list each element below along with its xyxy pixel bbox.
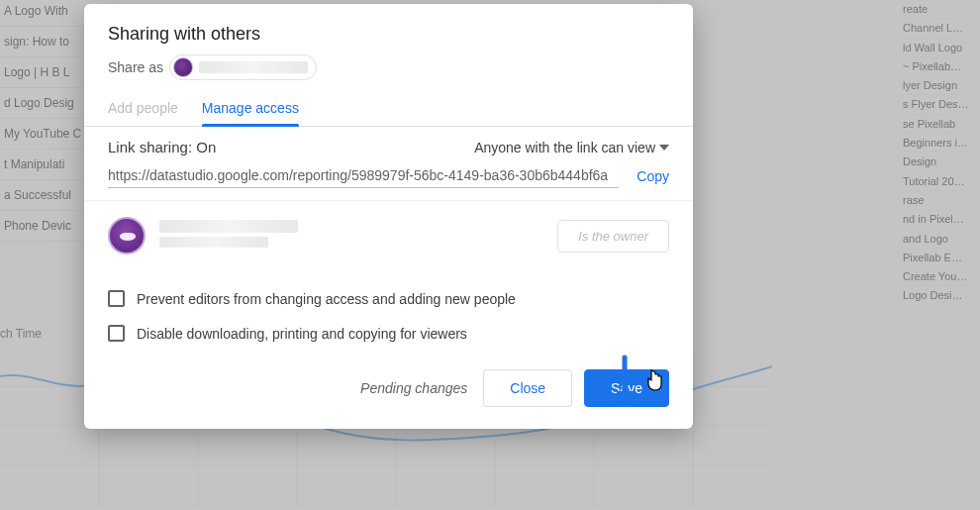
dialog-header: Sharing with others Share as: [84, 4, 693, 88]
restrictions-section: Prevent editors from changing access and…: [84, 270, 693, 350]
copy-link[interactable]: Copy: [637, 168, 669, 184]
link-scope-dropdown[interactable]: Anyone with the link can view: [474, 140, 669, 155]
link-sharing-label: Link sharing: On: [108, 139, 216, 155]
checkbox-disable-download[interactable]: Disable downloading, printing and copyin…: [108, 325, 669, 342]
owner-avatar-icon: [108, 217, 146, 255]
dialog-footer: Pending changes Close Save: [84, 350, 693, 429]
chevron-down-icon: [659, 145, 669, 151]
tabs: Add people Manage access: [84, 88, 693, 127]
checkbox-icon: [108, 290, 125, 307]
dialog-title: Sharing with others: [108, 24, 669, 45]
owner-role-badge: Is the owner: [557, 220, 669, 253]
tab-manage-access[interactable]: Manage access: [202, 100, 299, 126]
save-button[interactable]: Save: [584, 369, 669, 407]
checkbox-prevent-editors[interactable]: Prevent editors from changing access and…: [108, 290, 669, 307]
close-button[interactable]: Close: [483, 369, 572, 407]
share-as-name-redacted: [199, 61, 308, 73]
share-url-input[interactable]: [108, 163, 619, 188]
owner-row: Is the owner: [84, 200, 693, 270]
link-sharing-section: Link sharing: On Anyone with the link ca…: [84, 127, 693, 200]
avatar-icon: [173, 57, 193, 77]
share-as-row: Share as: [108, 54, 669, 80]
share-as-chip[interactable]: [169, 54, 317, 80]
pending-changes-label: Pending changes: [360, 380, 467, 396]
sharing-dialog: Sharing with others Share as Add people …: [84, 4, 693, 429]
owner-info: [159, 220, 543, 252]
checkbox-icon: [108, 325, 125, 342]
share-as-label: Share as: [108, 59, 163, 75]
tab-add-people[interactable]: Add people: [108, 100, 178, 126]
